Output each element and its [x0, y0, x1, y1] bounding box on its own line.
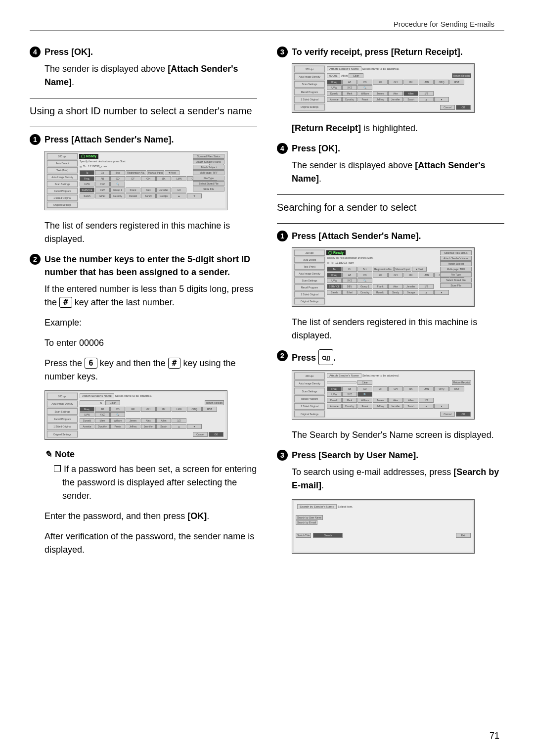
- page-number: 71: [490, 731, 499, 741]
- press-keys: Press the 6 key and then the # key using…: [44, 357, 257, 383]
- search-by-user-name-label: [Search by User Name].: [318, 450, 418, 460]
- step4-body: The sender is displayed above [Attach Se…: [44, 62, 257, 89]
- ready-indicator: ◯ Ready: [79, 154, 98, 159]
- step-number-icon: 3: [277, 47, 288, 57]
- page-header: Procedure for Sending E-mails: [30, 20, 504, 28]
- svg-line-1: [325, 359, 327, 361]
- return-receipt-label: [Return Receipt].: [391, 47, 463, 57]
- pencil-icon: ✎: [44, 449, 52, 460]
- step-number-icon: 4: [30, 47, 41, 57]
- note-heading: ✎Note: [44, 449, 257, 460]
- scanner-ready-screenshot: 200 dpi Auto Detect Text (Print) Auto Im…: [292, 247, 475, 307]
- ss-side: 200 dpi: [47, 153, 78, 159]
- s2-step2: 2 Press .: [277, 349, 504, 365]
- svg-rect-2: [327, 356, 329, 360]
- s2-step1: 1 Press [Attach Sender's Name].: [277, 230, 504, 242]
- step-number-icon: 4: [277, 143, 288, 154]
- note-after1: Enter the password, and then press [OK].: [44, 510, 257, 523]
- step-number-icon: 1: [30, 134, 41, 145]
- left-column: 4 Press [OK]. The sender is displayed ab…: [30, 46, 257, 564]
- s1-body2: If the entered number is less than 5 dig…: [44, 283, 257, 309]
- s2-step3: 3 Press [Search by User Name].: [277, 449, 504, 462]
- divider: [30, 127, 257, 127]
- example-label: Example:: [44, 316, 257, 330]
- attach-sender-search-screenshot: 200 dpi Auto Image Density Scan Settings…: [292, 370, 475, 420]
- step-number-icon: 3: [277, 450, 288, 461]
- hash-key-icon: #: [168, 358, 181, 368]
- left-step-4: 4 Press [OK].: [30, 46, 257, 58]
- divider: [30, 98, 257, 98]
- s1-step2: 2 Use the number keys to enter the 5-dig…: [30, 253, 257, 279]
- r-step4-body: The sender is displayed above [Attach Se…: [292, 159, 504, 186]
- ss-side: Recall Program: [47, 188, 78, 194]
- magnifier-button-icon: [318, 349, 333, 365]
- s2-body3: To search using e-mail addresses, press …: [292, 466, 504, 492]
- header-rule: [30, 30, 504, 31]
- s2-body1: The list of senders registered in this m…: [292, 316, 504, 342]
- divider: [277, 194, 504, 195]
- section-heading: Using a short ID number to select a send…: [30, 104, 257, 118]
- r-step3: 3 To verify receipt, press [Return Recei…: [277, 46, 504, 58]
- step-number-icon: 1: [277, 231, 288, 241]
- ok-button-label: [OK].: [318, 143, 340, 153]
- s1-body1: The list of senders registered in this m…: [44, 219, 257, 246]
- divider: [277, 223, 504, 224]
- ss-side: Scan Settings: [47, 181, 78, 187]
- s2-body2: The Search by Sender's Name screen is di…: [292, 428, 504, 442]
- ss-side: Text (Print): [47, 167, 78, 173]
- hash-key-icon: #: [59, 297, 72, 307]
- ss-side: Auto Detect: [47, 160, 78, 166]
- attach-sender-name-label: [Attach Sender's Name].: [71, 135, 174, 144]
- attach-sender-name-screenshot: 200 dpi Auto Image Density Scan Settings…: [44, 390, 227, 440]
- step-number-icon: 2: [30, 254, 41, 265]
- section-heading: Searching for a sender to select: [277, 201, 504, 214]
- s1-step1: 1 Press [Attach Sender's Name].: [30, 133, 257, 146]
- svg-point-0: [322, 356, 326, 360]
- return-receipt-screenshot: 200 dpi Auto Image Density Scan Settings…: [292, 63, 475, 113]
- enter-example: To enter 00006: [44, 336, 257, 350]
- ok-button-label: [OK].: [71, 47, 93, 57]
- ss-side: Auto Image Density: [47, 174, 78, 180]
- ss-side: Original Settings: [47, 202, 78, 208]
- r-step3-body: [Return Receipt] is highlighted.: [292, 122, 504, 135]
- r-step4: 4 Press [OK].: [277, 142, 504, 155]
- note-body: ❒ If a password has been set, a screen f…: [53, 463, 257, 503]
- scanner-ready-screenshot: 200 dpi Auto Detect Text (Print) Auto Im…: [44, 151, 227, 210]
- attach-sender-name-label: [Attach Sender's Name].: [318, 231, 421, 241]
- step-verb: Press: [44, 47, 69, 57]
- right-column: 3 To verify receipt, press [Return Recei…: [277, 46, 504, 564]
- ss-side: 1 Sided Original: [47, 195, 78, 201]
- search-by-sender-screenshot: Search by Sender's Name Select item. Sea…: [292, 499, 475, 554]
- step-number-icon: 2: [277, 350, 288, 361]
- note-after2: After verification of the password, the …: [44, 530, 257, 557]
- six-key-icon: 6: [85, 358, 97, 368]
